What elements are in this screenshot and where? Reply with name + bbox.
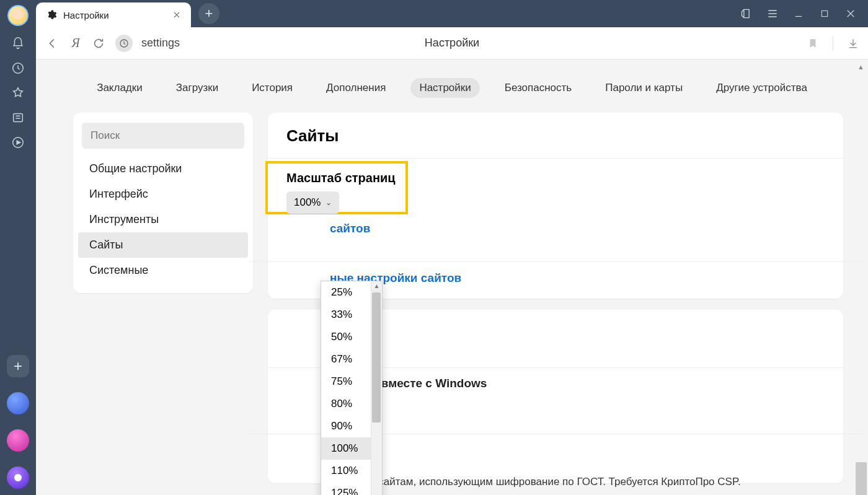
window-minimize-icon[interactable] — [792, 7, 805, 20]
close-tab-icon[interactable] — [171, 9, 182, 20]
page-scrollbar-thumb[interactable] — [856, 462, 867, 495]
media-icon[interactable] — [11, 135, 25, 150]
sidebar-toggle-icon[interactable] — [740, 7, 753, 20]
link-site-settings-partial[interactable]: сайтов — [330, 222, 370, 235]
nav-history[interactable]: История — [243, 78, 301, 98]
assistant-bubble-2[interactable] — [7, 429, 29, 452]
bookmark-page-icon[interactable] — [807, 37, 819, 50]
scale-option-50[interactable]: 50% — [321, 326, 371, 348]
nav-settings[interactable]: Настройки — [410, 78, 479, 98]
scale-option-125[interactable]: 125% — [321, 482, 371, 495]
sidebar-item-sites[interactable]: Сайты — [78, 232, 248, 258]
browser-tab-settings[interactable]: Настройки — [36, 2, 191, 27]
new-tab-button[interactable]: + — [198, 3, 219, 24]
menu-icon[interactable] — [766, 7, 779, 20]
scale-option-90[interactable]: 90% — [321, 415, 371, 437]
reload-icon[interactable] — [91, 35, 107, 51]
scale-select[interactable]: 100% ⌄ — [286, 191, 339, 214]
profile-avatar[interactable] — [7, 5, 29, 26]
settings-top-nav: Закладки Загрузки История Дополнения Нас… — [36, 59, 868, 113]
sidebar-item-general[interactable]: Общие настройки — [78, 156, 248, 182]
panel-sites: Сайты Масштаб страниц 100% ⌄ — [268, 113, 843, 299]
bookmarks-icon[interactable] — [11, 85, 25, 100]
settings-content: ▲ Закладки Загрузки История Дополнения Н… — [36, 59, 868, 495]
downloads-icon[interactable] — [847, 37, 859, 50]
history-icon[interactable] — [11, 61, 25, 76]
svg-rect-3 — [822, 11, 827, 16]
notifications-icon[interactable] — [11, 36, 25, 51]
nav-extensions[interactable]: Дополнения — [317, 78, 394, 98]
window-maximize-icon[interactable] — [818, 7, 831, 20]
scale-option-110[interactable]: 110% — [321, 460, 371, 482]
nav-passwords[interactable]: Пароли и карты — [596, 78, 691, 98]
scroll-up-arrow-icon[interactable]: ▲ — [857, 63, 864, 71]
nav-downloads[interactable]: Загрузки — [167, 78, 227, 98]
sidebar-item-interface[interactable]: Интерфейс — [78, 182, 248, 207]
gear-icon — [46, 9, 57, 20]
svg-rect-1 — [14, 114, 23, 122]
window-close-icon[interactable] — [844, 7, 857, 20]
address-text[interactable]: settings — [141, 37, 180, 50]
settings-sidebar: Общие настройки Интерфейс Инструменты Са… — [73, 113, 253, 293]
scale-option-25[interactable]: 25% — [321, 281, 371, 304]
address-bar: Я settings Настройки — [36, 27, 868, 59]
scale-dropdown[interactable]: ▲ 25% 33% 50% 67% 75% 80% 90% 100% 110% … — [321, 281, 383, 495]
chevron-down-icon: ⌄ — [326, 198, 332, 207]
nav-bookmarks[interactable]: Закладки — [88, 78, 151, 98]
scale-option-100[interactable]: 100% — [321, 437, 371, 460]
add-panel-button[interactable]: + — [7, 355, 29, 377]
sidebar-item-tools[interactable]: Инструменты — [78, 207, 248, 232]
left-rail: + — [0, 0, 36, 495]
back-icon[interactable] — [45, 35, 61, 51]
sidebar-item-system[interactable]: Системные — [78, 258, 248, 283]
gost-description-partial: очаться к сайтам, использующим шифровани… — [330, 476, 741, 488]
page-title: Настройки — [425, 37, 479, 50]
scale-option-75[interactable]: 75% — [321, 370, 371, 393]
scale-option-67[interactable]: 67% — [321, 348, 371, 370]
site-info-icon[interactable] — [115, 35, 133, 52]
section-page-scale: Масштаб страниц — [286, 171, 825, 185]
collections-icon[interactable] — [11, 110, 25, 125]
nav-devices[interactable]: Другие устройства — [707, 78, 816, 98]
tab-title: Настройки — [63, 10, 109, 20]
separator — [833, 37, 833, 50]
scale-select-value: 100% — [294, 196, 321, 209]
tab-strip: Настройки + — [36, 0, 868, 27]
settings-search-input[interactable] — [91, 129, 236, 142]
scale-option-33[interactable]: 33% — [321, 304, 371, 326]
nav-security[interactable]: Безопасность — [496, 78, 580, 98]
settings-search[interactable] — [82, 123, 244, 149]
panel-sites-title: Сайты — [286, 126, 825, 146]
alice-assistant-icon[interactable] — [7, 467, 29, 489]
yandex-home-icon[interactable]: Я — [69, 36, 82, 50]
scale-option-80[interactable]: 80% — [321, 393, 371, 415]
assistant-bubble-1[interactable] — [7, 392, 29, 414]
